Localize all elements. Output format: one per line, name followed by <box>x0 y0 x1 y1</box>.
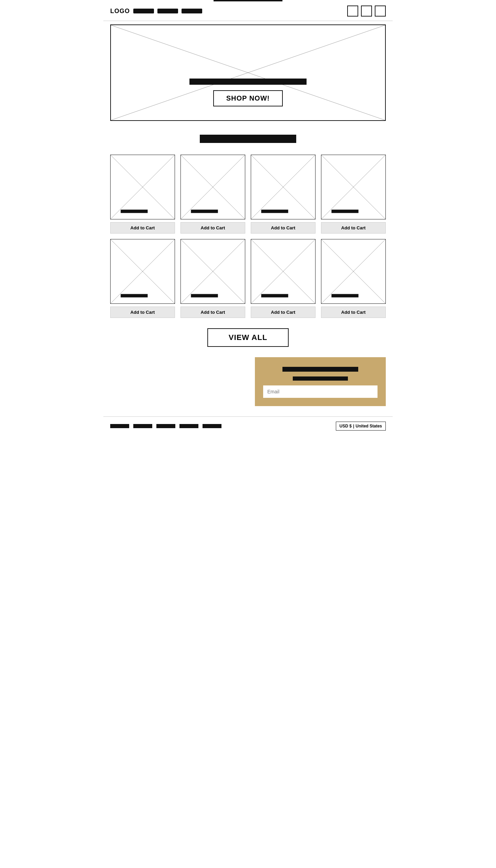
svg-rect-14 <box>261 210 288 213</box>
view-all-button[interactable]: VIEW ALL <box>207 328 289 347</box>
nav-item-1[interactable] <box>133 9 154 13</box>
product-card-1: Add to Cart <box>110 155 175 234</box>
currency-selector[interactable]: USD $ | United States <box>336 422 386 431</box>
search-icon[interactable] <box>347 6 358 17</box>
region-label: United States <box>355 424 382 428</box>
svg-rect-26 <box>191 294 218 298</box>
menu-icon[interactable] <box>375 6 386 17</box>
footer-link-3[interactable] <box>156 424 175 428</box>
footer-link-4[interactable] <box>179 424 198 428</box>
hero-content: SHOP NOW! <box>189 79 307 106</box>
svg-rect-18 <box>331 210 358 213</box>
cart-icon[interactable] <box>361 6 372 17</box>
logo: LOGO <box>110 8 130 15</box>
featured-section-header <box>103 124 393 155</box>
product-image-7 <box>251 239 316 304</box>
add-to-cart-button-8[interactable]: Add to Cart <box>321 307 386 318</box>
header-left: LOGO <box>110 8 202 15</box>
add-to-cart-button-2[interactable]: Add to Cart <box>180 222 245 234</box>
product-image-4 <box>321 155 386 219</box>
view-all-section: VIEW ALL <box>103 318 393 354</box>
add-to-cart-button-5[interactable]: Add to Cart <box>110 307 175 318</box>
footer-link-2[interactable] <box>133 424 152 428</box>
add-to-cart-button-4[interactable]: Add to Cart <box>321 222 386 234</box>
product-image-1 <box>110 155 175 219</box>
product-card-6: Add to Cart <box>180 239 245 318</box>
header: LOGO <box>103 1 393 21</box>
email-input[interactable] <box>263 385 378 398</box>
footer-link-1[interactable] <box>110 424 129 428</box>
svg-rect-10 <box>191 210 218 213</box>
svg-rect-6 <box>121 210 147 213</box>
product-card-2: Add to Cart <box>180 155 245 234</box>
svg-rect-30 <box>261 294 288 298</box>
footer: USD $ | United States <box>103 416 393 435</box>
currency-label: USD $ <box>340 424 352 428</box>
nav-item-2[interactable] <box>157 9 178 13</box>
nav-item-3[interactable] <box>182 9 202 13</box>
product-image-8 <box>321 239 386 304</box>
section-title-bar <box>200 135 296 143</box>
product-image-2 <box>180 155 245 219</box>
region-separator: | <box>353 424 354 428</box>
product-image-5 <box>110 239 175 304</box>
product-card-7: Add to Cart <box>251 239 316 318</box>
add-to-cart-button-1[interactable]: Add to Cart <box>110 222 175 234</box>
product-grid-row1: Add to Cart Add to Cart Add to Cart <box>103 155 393 234</box>
product-grid-row2: Add to Cart Add to Cart Add to Cart <box>103 239 393 318</box>
product-image-3 <box>251 155 316 219</box>
footer-link-5[interactable] <box>203 424 221 428</box>
product-card-5: Add to Cart <box>110 239 175 318</box>
product-card-3: Add to Cart <box>251 155 316 234</box>
svg-rect-34 <box>331 294 358 298</box>
add-to-cart-button-6[interactable]: Add to Cart <box>180 307 245 318</box>
add-to-cart-button-3[interactable]: Add to Cart <box>251 222 316 234</box>
add-to-cart-button-7[interactable]: Add to Cart <box>251 307 316 318</box>
svg-rect-22 <box>121 294 147 298</box>
product-card-8: Add to Cart <box>321 239 386 318</box>
newsletter-section <box>103 354 393 413</box>
footer-links <box>110 424 221 428</box>
newsletter-box <box>255 357 386 406</box>
newsletter-subtitle-bar <box>293 376 348 381</box>
hero-text-bar <box>189 79 307 85</box>
hero-banner: SHOP NOW! <box>110 24 386 121</box>
newsletter-title-bar <box>282 367 358 372</box>
product-image-6 <box>180 239 245 304</box>
shop-now-button[interactable]: SHOP NOW! <box>213 90 283 106</box>
header-icons <box>347 6 386 17</box>
product-card-4: Add to Cart <box>321 155 386 234</box>
nav-bar <box>133 9 202 13</box>
